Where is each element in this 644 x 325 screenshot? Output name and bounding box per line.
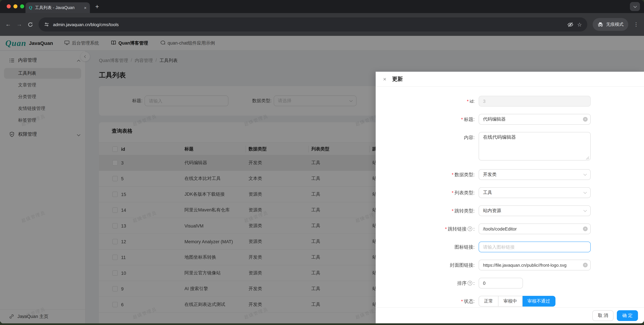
form-row-data-type: *数据类型: 开发类 — [376, 169, 644, 180]
minimize-window-button[interactable] — [14, 4, 18, 8]
field-label: id: — [470, 98, 474, 104]
resize-handle-icon[interactable] — [586, 156, 589, 159]
field-label: 状态: — [464, 299, 474, 304]
form-row-icon-link: 图标链接: — [376, 242, 644, 252]
tab-title: 工具列表 - JavaQuan — [35, 5, 81, 10]
drawer-header: × 更新 — [376, 72, 644, 87]
field-label: 数据类型: — [454, 172, 474, 177]
eye-off-icon[interactable] — [567, 21, 574, 28]
select-value: 开发类 — [483, 172, 496, 178]
page-viewport: Quan JavaQuan 后台管理系统Quan博客管理quan-chat组件应… — [0, 36, 644, 323]
icon-link-input[interactable] — [479, 242, 591, 252]
cover-link-input[interactable] — [479, 260, 591, 270]
favicon-icon: Q — [29, 5, 32, 10]
field-label: 图标链接: — [454, 244, 474, 250]
incognito-badge: 无痕模式 — [593, 18, 628, 31]
form-row-list-type: *列表类型: 工具 — [376, 187, 644, 198]
clear-icon[interactable]: × — [583, 263, 588, 267]
update-drawer: × 更新 *id: *标题: × 内容: 在线代码编辑器 — [376, 72, 644, 323]
field-label: 封面图链接: — [450, 262, 474, 268]
drawer-form: *id: *标题: × 内容: 在线代码编辑器 *数据类型: 开发类 — [376, 87, 644, 307]
close-window-button[interactable] — [7, 4, 11, 8]
tab-close-icon[interactable]: × — [84, 5, 86, 10]
chevron-down-icon — [633, 4, 636, 8]
field-label: 内容: — [464, 135, 474, 140]
form-row-status: *状态: 正常审核中审核不通过 — [376, 296, 644, 307]
field-label: 跳转链接 — [448, 226, 466, 232]
back-button[interactable]: ← — [5, 21, 11, 28]
clear-icon[interactable]: × — [583, 227, 588, 231]
status-radio-group: 正常审核中审核不通过 — [479, 296, 591, 307]
required-mark: * — [452, 208, 454, 213]
field-label: 标题: — [464, 117, 474, 122]
list-type-select[interactable]: 工具 — [479, 187, 591, 198]
id-input — [479, 96, 591, 107]
required-mark: * — [452, 172, 454, 177]
field-label: 排序 — [457, 281, 466, 286]
incognito-icon — [598, 22, 604, 27]
browser-menu-icon[interactable]: ⋮ — [634, 21, 639, 27]
chevron-down-icon — [584, 208, 587, 212]
chevron-down-icon — [584, 172, 587, 176]
jump-type-select[interactable]: 站内资源 — [479, 205, 591, 216]
select-value: 站内资源 — [483, 208, 501, 214]
browser-tab[interactable]: Q 工具列表 - JavaQuan × — [26, 2, 90, 13]
form-row-content: 内容: 在线代码编辑器 — [376, 132, 644, 162]
required-mark: * — [452, 190, 454, 195]
drawer-footer: 取 消 确 定 — [376, 307, 644, 323]
question-circle-icon[interactable]: ? — [468, 281, 472, 286]
cancel-button[interactable]: 取 消 — [592, 310, 614, 321]
field-label: 跳转类型: — [454, 208, 474, 213]
drawer-close-icon[interactable]: × — [383, 76, 386, 82]
jump-link-input[interactable] — [479, 224, 591, 234]
form-row-id: *id: — [376, 96, 644, 107]
tab-strip: Q 工具列表 - JavaQuan × + — [0, 0, 644, 13]
zoom-window-button[interactable] — [20, 4, 24, 8]
select-value: 工具 — [483, 190, 492, 196]
url-bar[interactable]: admin.javaquan.cn/blog/cms/tools ☆ — [38, 17, 587, 31]
form-row-jump-link: *跳转链接?: × — [376, 224, 644, 234]
field-label: 列表类型: — [454, 190, 474, 195]
content-textarea[interactable]: 在线代码编辑器 — [479, 132, 591, 160]
incognito-label: 无痕模式 — [606, 21, 624, 27]
data-type-select[interactable]: 开发类 — [479, 169, 591, 180]
required-mark: * — [445, 226, 447, 232]
required-mark: * — [461, 117, 463, 122]
reload-icon[interactable] — [28, 22, 33, 27]
new-tab-button[interactable]: + — [95, 2, 99, 11]
tab-search-button[interactable] — [630, 2, 640, 11]
form-row-cover-link: 封面图链接: × — [376, 260, 644, 270]
form-row-jump-type: *跳转类型: 站内资源 — [376, 205, 644, 216]
browser-window: Q 工具列表 - JavaQuan × + ← → admin.javaquan… — [0, 0, 644, 323]
url-text[interactable]: admin.javaquan.cn/blog/cms/tools — [53, 22, 563, 27]
title-input[interactable] — [479, 114, 591, 125]
status-radio-option[interactable]: 审核中 — [498, 296, 522, 307]
browser-toolbar: ← → admin.javaquan.cn/blog/cms/tools ☆ 无… — [0, 13, 644, 36]
status-radio-option[interactable]: 审核不通过 — [522, 296, 556, 307]
sort-input[interactable] — [479, 278, 523, 289]
chevron-down-icon — [584, 190, 587, 194]
ok-button[interactable]: 确 定 — [617, 310, 638, 321]
label-colon: : — [473, 281, 474, 286]
required-mark: * — [461, 299, 463, 304]
required-mark: * — [467, 98, 469, 104]
screen: Q 工具列表 - JavaQuan × + ← → admin.javaquan… — [0, 0, 644, 325]
status-radio-option[interactable]: 正常 — [479, 296, 498, 307]
question-circle-icon[interactable]: ? — [468, 227, 472, 231]
forward-button[interactable]: → — [16, 21, 22, 28]
clear-icon[interactable]: × — [583, 117, 588, 122]
drawer-title: 更新 — [392, 75, 403, 83]
form-row-title: *标题: × — [376, 114, 644, 125]
site-permissions-icon[interactable] — [44, 22, 49, 27]
form-row-sort: 排序?: — [376, 278, 644, 289]
bookmark-star-icon[interactable]: ☆ — [577, 21, 582, 28]
label-colon: : — [473, 226, 474, 232]
traffic-lights — [7, 4, 24, 8]
